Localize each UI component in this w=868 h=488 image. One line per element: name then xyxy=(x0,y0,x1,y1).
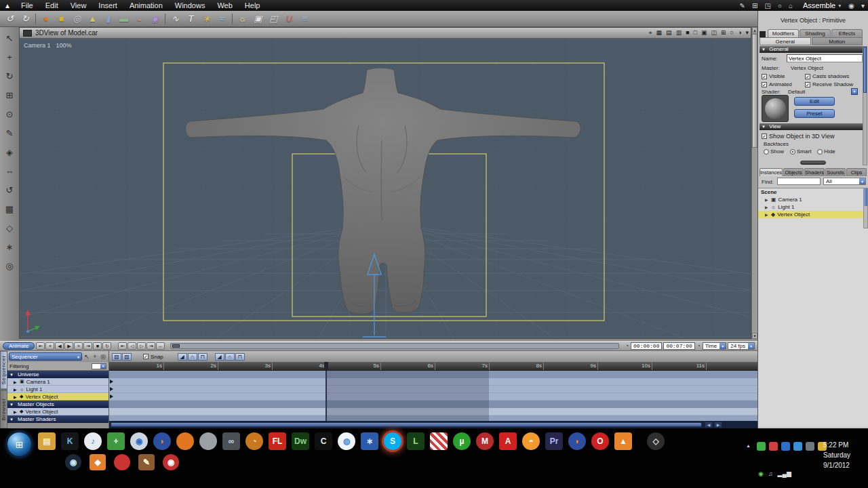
step-back-button[interactable]: ◀ xyxy=(55,342,64,350)
acrobat-icon[interactable]: A xyxy=(499,432,517,450)
viewport-menu-button[interactable] xyxy=(23,30,32,37)
dropdown-caret-icon[interactable]: ▾ xyxy=(748,343,754,349)
time-ruler[interactable]: 1s2s3s4s5s6s7s8s9s10s11s xyxy=(109,362,757,371)
checkbox[interactable] xyxy=(805,82,810,87)
animate-toggle-button[interactable]: Animate xyxy=(3,342,35,350)
scale-tool[interactable]: ⊞ xyxy=(3,88,16,102)
layout-icon[interactable]: ◳ xyxy=(761,2,774,9)
metaball-icon[interactable]: ◉ xyxy=(148,12,162,26)
backfaces-radio-row[interactable]: Smart xyxy=(790,148,811,155)
sequencer-tree-row[interactable]: ▶ ◆ Vertex Object xyxy=(7,408,108,415)
kindle-icon[interactable]: K xyxy=(61,432,79,450)
particles-icon[interactable]: ∗ xyxy=(199,12,214,26)
menu-item[interactable]: Insert xyxy=(92,0,123,11)
prev-key-button[interactable]: « xyxy=(45,342,54,350)
curve-view-toggle-icon[interactable]: ▨ xyxy=(122,353,132,361)
browser-tab[interactable]: Shaders xyxy=(804,168,825,176)
panel-menu-button[interactable] xyxy=(760,31,766,37)
view-options-caret-icon[interactable]: ▾ xyxy=(743,29,751,37)
filtering-dropdown[interactable]: ▾ xyxy=(92,363,106,369)
plane-primitive-icon[interactable]: ▬ xyxy=(117,12,131,26)
scroll-up-icon[interactable]: ▲ xyxy=(752,27,757,33)
sphere-preview-icon[interactable]: ○ xyxy=(728,29,736,37)
find-input[interactable] xyxy=(777,178,821,185)
smooth-tween-icon-2[interactable]: ∩ xyxy=(225,353,235,361)
selected-time-range[interactable] xyxy=(326,371,489,421)
playhead-line[interactable] xyxy=(326,371,327,421)
scroll-right-icon[interactable]: ▶ xyxy=(714,422,722,428)
show-object-checkbox[interactable] xyxy=(762,134,767,139)
magnet-icon[interactable]: U xyxy=(282,12,296,26)
tray-expand-icon[interactable]: ▲ xyxy=(746,443,751,448)
range-end-button[interactable]: ⇥ xyxy=(146,342,155,350)
sequencer-mode-dropdown[interactable]: Sequencer ▾ xyxy=(9,352,82,361)
orange-ball-icon[interactable] xyxy=(176,432,194,450)
scrollbar-thumb[interactable] xyxy=(111,422,702,427)
scene-root-row[interactable]: Scene xyxy=(758,188,868,196)
play-button[interactable]: ▶ xyxy=(64,342,73,350)
expander-icon[interactable]: ▶ xyxy=(765,197,769,202)
browser-tab[interactable]: Sounds xyxy=(825,168,846,176)
green-app-icon[interactable]: + xyxy=(107,432,125,450)
sequencer-tree-row[interactable]: ▼ Master Objects xyxy=(7,401,108,408)
properties-tab[interactable]: Modifiers xyxy=(768,29,799,37)
browser-tab[interactable]: Clips xyxy=(846,168,867,176)
radio-button[interactable] xyxy=(790,149,795,155)
checkbox-row[interactable]: Casts shadows xyxy=(805,73,866,79)
keyframe-icon[interactable] xyxy=(110,394,113,399)
dreamweaver-icon[interactable]: Dw xyxy=(292,432,309,450)
paint-icon[interactable]: ✎ xyxy=(736,2,749,9)
checkbox[interactable] xyxy=(762,74,767,79)
checkbox[interactable] xyxy=(805,74,810,79)
time-scrubber[interactable] xyxy=(170,343,619,349)
palette-icon[interactable]: ✎ xyxy=(138,454,155,470)
sequencer-side-tab[interactable]: Sequencer xyxy=(0,351,7,390)
bluetooth-tray-icon[interactable] xyxy=(781,442,790,451)
premiere-icon[interactable]: Pr xyxy=(545,432,563,450)
expander-icon[interactable]: ▼ xyxy=(9,418,14,422)
browser-tab[interactable]: Objects xyxy=(783,168,804,176)
wire-view-icon[interactable]: □ xyxy=(692,29,699,37)
zoom-level[interactable]: 100% xyxy=(56,42,72,49)
grid-icon[interactable]: ⊞ xyxy=(749,2,761,9)
radio-button[interactable] xyxy=(817,149,823,155)
sequencer-tree-row[interactable]: ▶ ☼ Light 1 xyxy=(7,386,108,393)
candycane-icon[interactable] xyxy=(430,432,448,450)
light-create-icon[interactable]: ☼ xyxy=(235,12,250,26)
timeline-horizontal-scrollbar[interactable]: ◀ ▶ xyxy=(109,421,757,428)
cone-primitive-icon[interactable]: ▲ xyxy=(85,12,100,26)
wind-icon[interactable]: ≡ xyxy=(298,12,312,26)
halfsphere-preview-icon[interactable]: ◑ xyxy=(736,29,743,37)
hotpoint-tool[interactable]: ⊙ xyxy=(3,107,16,121)
properties-tab[interactable]: Effects xyxy=(831,29,863,37)
amber-ball-icon[interactable]: ◔ xyxy=(245,432,263,450)
properties-subtab[interactable]: General xyxy=(760,37,811,45)
steam-icon[interactable]: ◉ xyxy=(65,454,81,470)
menu-item[interactable]: File xyxy=(15,0,39,11)
backfaces-radio-row[interactable]: Hide xyxy=(817,148,835,155)
rotate-tool[interactable]: ↻ xyxy=(3,69,16,83)
general-section-header[interactable]: ▼ General xyxy=(760,46,863,53)
playhead-marker[interactable] xyxy=(324,362,328,371)
mozilla-icon[interactable]: M xyxy=(476,432,494,450)
end-time-field[interactable]: 00:07:00 xyxy=(663,342,694,350)
radio-button[interactable] xyxy=(764,149,769,155)
scene-item-row[interactable]: ▶ ◆ Vertex Object xyxy=(758,211,868,218)
pointer-icon[interactable]: ↖ xyxy=(83,353,91,360)
scene-item-row[interactable]: ▶ ▣ Camera 1 xyxy=(758,196,868,203)
view-section-header[interactable]: ▼ View xyxy=(760,123,863,130)
sequencer-tree-row[interactable]: ▼ Master Shaders xyxy=(7,415,108,423)
cylinder-primitive-icon[interactable]: ▮ xyxy=(101,12,115,26)
fit-range-button[interactable]: ↔ xyxy=(156,342,165,350)
sequencer-tree-row[interactable]: ▶ ◆ Vertex Object xyxy=(7,393,108,401)
start-button[interactable]: ⊞ xyxy=(7,432,32,457)
limewire-icon[interactable]: L xyxy=(407,432,425,450)
go-start-button[interactable]: ⇤ xyxy=(36,342,45,350)
3d-canvas[interactable]: Camera 1 100% xyxy=(20,39,751,338)
opera-icon[interactable]: O xyxy=(591,432,609,450)
network-tray-icon[interactable]: ▂▄▆ xyxy=(778,470,791,477)
expander-icon[interactable]: ▼ xyxy=(9,373,14,377)
utorrent-icon[interactable]: µ xyxy=(453,432,471,450)
sub-back-button[interactable]: ◁ xyxy=(127,342,136,350)
dropdown-caret-icon[interactable]: ▾ xyxy=(77,354,79,359)
